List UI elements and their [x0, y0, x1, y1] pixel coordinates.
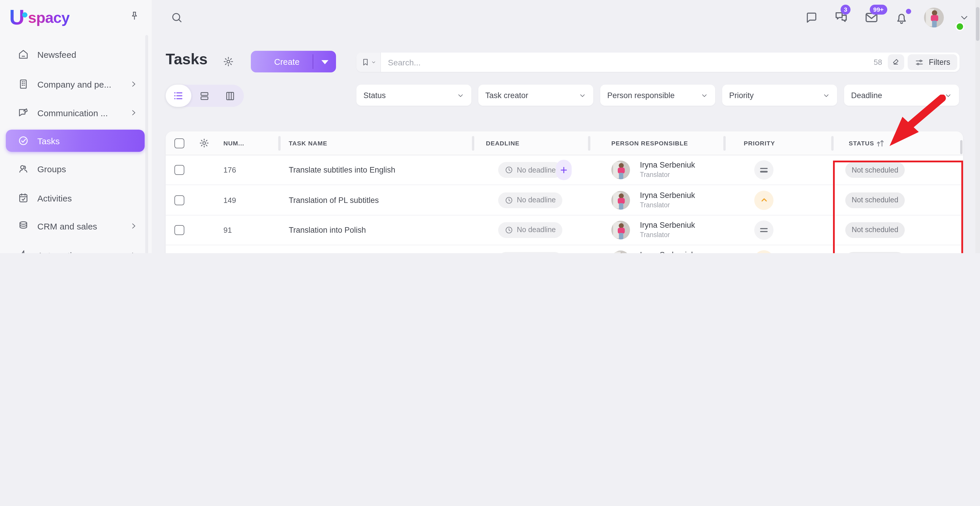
column-resize-handle[interactable] — [588, 136, 590, 151]
filter-dropdown[interactable]: Deadline — [844, 85, 959, 106]
table-scrollbar-thumb[interactable] — [960, 140, 963, 154]
feedback-icon[interactable] — [804, 11, 818, 24]
logo-mark: U — [10, 5, 23, 30]
logo-text: spacy — [28, 8, 69, 27]
person-name[interactable]: Iryna Serbeniuk — [640, 191, 695, 201]
create-dropdown-caret-icon[interactable] — [321, 60, 328, 64]
column-header-task-name[interactable]: TASK NAME — [289, 131, 327, 155]
status-chip[interactable]: Not scheduled — [845, 252, 905, 253]
saved-filters-bookmark-button[interactable] — [356, 53, 381, 72]
notifications-bell-icon[interactable] — [894, 10, 909, 25]
person-avatar[interactable] — [611, 161, 630, 179]
task-number: 176 — [223, 166, 236, 174]
column-header-deadline[interactable]: DEADLINE — [486, 131, 519, 155]
view-list-button[interactable] — [165, 85, 191, 107]
filter-dropdown[interactable]: Person responsible — [600, 85, 715, 106]
sort-ascending-icon[interactable] — [876, 139, 886, 148]
table-row[interactable]: 176 Translate subtitles into English No … — [165, 155, 963, 185]
status-chip[interactable]: Not scheduled — [845, 222, 905, 238]
column-resize-handle[interactable] — [278, 136, 281, 151]
table-row[interactable]: 91 Translation into Polish No deadline — [165, 215, 963, 246]
task-name[interactable]: Translation into Polish — [289, 226, 366, 235]
task-name[interactable]: Translate subtitles into English — [289, 166, 395, 174]
task-name[interactable]: Translation of PL subtitles — [289, 196, 379, 204]
sidebar-item-activities[interactable]: Activities — [6, 187, 145, 209]
chevron-down-icon — [701, 91, 708, 99]
person-avatar[interactable] — [611, 251, 630, 253]
sidebar-scrollbar[interactable] — [145, 35, 148, 253]
select-all-checkbox[interactable] — [174, 139, 185, 148]
person-name[interactable]: Iryna Serbeniuk — [640, 221, 695, 231]
deadline-chip[interactable]: No deadline — [498, 252, 562, 253]
clear-filters-eraser-icon[interactable] — [888, 54, 904, 70]
person-cell[interactable]: Iryna Serbeniuk Translator — [611, 161, 695, 179]
view-board-button[interactable] — [191, 85, 217, 107]
deadline-chip[interactable]: No deadline — [498, 162, 562, 178]
column-resize-handle[interactable] — [723, 136, 725, 151]
sidebar-item-groups[interactable]: Groups — [6, 158, 145, 180]
column-header-status[interactable]: STATUS — [849, 131, 874, 155]
person-avatar[interactable] — [611, 191, 630, 209]
priority-badge[interactable] — [754, 251, 773, 253]
page-scrollbar[interactable] — [975, 0, 980, 253]
profile-caret-icon[interactable] — [959, 12, 969, 23]
deadline-chip[interactable]: No deadline — [498, 192, 562, 208]
columns-settings-gear-icon[interactable] — [199, 138, 209, 148]
column-header-num[interactable]: NUM... — [223, 131, 244, 155]
view-columns-button[interactable] — [217, 85, 243, 107]
row-checkbox[interactable] — [174, 165, 185, 175]
sidebar-item-tasks[interactable]: Tasks — [6, 129, 145, 152]
notification-dot — [906, 8, 911, 14]
table-row[interactable]: 149 Translation of PL subtitles No deadl… — [165, 185, 963, 215]
clock-icon — [504, 166, 513, 174]
person-cell[interactable]: Iryna Serbeniuk Translator — [611, 221, 695, 239]
sidebar-item-automation[interactable]: Automation — [6, 244, 145, 253]
page-title: Tasks — [165, 50, 208, 68]
sidebar-item-crm-and-sales[interactable]: CRM and sales — [6, 215, 145, 237]
filters-button[interactable]: Filters — [908, 54, 958, 70]
priority-badge[interactable] — [754, 190, 773, 210]
create-button[interactable]: Create — [251, 51, 336, 72]
status-chip[interactable]: Not scheduled — [845, 192, 905, 208]
page-scrollbar-thumb[interactable] — [976, 7, 979, 41]
messenger-icon[interactable]: 3 — [834, 10, 849, 25]
column-header-priority[interactable]: PRIORITY — [744, 131, 775, 155]
table-body: 176 Translate subtitles into English No … — [165, 155, 963, 253]
filter-dropdown[interactable]: Status — [356, 85, 471, 106]
person-name[interactable]: Iryna Serbeniuk — [640, 161, 695, 171]
person-cell[interactable]: Iryna Serbeniuk Translator — [611, 251, 695, 253]
priority-badge[interactable] — [754, 220, 773, 240]
tasks-settings-gear-icon[interactable] — [223, 56, 234, 67]
sidebar-item-company-and-people[interactable]: Company and pe... — [6, 73, 145, 95]
search-input[interactable] — [381, 57, 874, 67]
column-resize-handle[interactable] — [472, 136, 474, 151]
create-split-divider — [313, 54, 313, 69]
filter-dropdown[interactable]: Priority — [722, 85, 837, 106]
column-header-person-responsible[interactable]: PERSON RESPONSIBLE — [611, 131, 688, 155]
status-chip[interactable]: Not scheduled — [845, 162, 905, 178]
table-row[interactable]: 63 Monthly report. Serbeniuk No deadline — [165, 245, 963, 253]
deadline-chip[interactable]: No deadline — [498, 222, 562, 238]
row-checkbox[interactable] — [174, 195, 185, 205]
quick-add-button[interactable]: + — [556, 160, 572, 180]
priority-medium-icon — [760, 166, 768, 174]
uspacy-logo[interactable]: U spacy — [10, 5, 69, 30]
column-resize-handle[interactable] — [831, 136, 834, 151]
sidebar: U spacy Newsfeed Company and pe... Commu… — [0, 0, 152, 253]
priority-badge[interactable] — [754, 160, 773, 180]
person-name[interactable]: Iryna Serbeniuk — [640, 251, 695, 253]
pin-sidebar-icon[interactable] — [129, 11, 140, 22]
person-avatar[interactable] — [611, 221, 630, 239]
user-avatar[interactable] — [924, 8, 944, 27]
row-checkbox[interactable] — [174, 225, 185, 235]
online-status-dot — [956, 22, 964, 31]
priority-medium-icon — [760, 226, 768, 234]
sidebar-item-communication[interactable]: Communication ... — [6, 102, 145, 124]
global-search-icon[interactable] — [170, 11, 183, 24]
clock-icon — [504, 226, 513, 235]
person-cell[interactable]: Iryna Serbeniuk Translator — [611, 191, 695, 209]
mail-icon[interactable]: 99+ — [864, 10, 879, 25]
sidebar-item-newsfeed[interactable]: Newsfeed — [6, 43, 145, 65]
chevron-down-icon — [579, 91, 586, 99]
filter-dropdown[interactable]: Task creator — [478, 85, 593, 106]
